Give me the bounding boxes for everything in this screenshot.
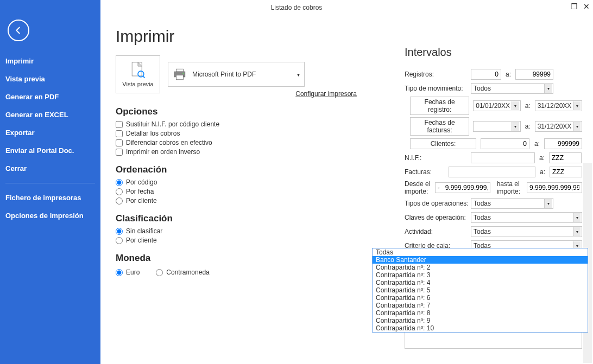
sidebar-item-cerrar[interactable]: Cerrar (0, 159, 100, 177)
dropdown-item[interactable]: Banco Santander (373, 256, 588, 264)
clientes-from-input[interactable] (481, 138, 529, 149)
sidebar: Imprimir Vista previa Generar en PDF Gen… (0, 0, 100, 364)
sidebar-item-opciones-impresion[interactable]: Opciones de impresión (0, 207, 100, 225)
dropdown-item[interactable]: Contrapartida nº: 6 (373, 294, 588, 302)
registros-to-input[interactable] (515, 69, 553, 80)
mon-contramoneda[interactable]: Contramoneda (156, 269, 209, 276)
back-button[interactable] (8, 20, 29, 41)
svg-rect-6 (176, 75, 184, 80)
sidebar-item-exportar[interactable]: Exportar (0, 124, 100, 142)
nif-label: N.I.F.: (405, 154, 471, 162)
chevron-down-icon: ▾ (512, 122, 519, 131)
dropdown-item[interactable]: Contrapartida nº: 4 (373, 279, 588, 286)
tipos-operaciones-label: Tipos de operaciones: (405, 200, 471, 207)
claves-operacion-dropdown[interactable]: Todas▾ (471, 212, 582, 223)
document-preview-icon (130, 61, 146, 81)
printer-icon (173, 67, 187, 81)
registros-label: Registros: (405, 71, 471, 78)
chevron-down-icon: ▾ (573, 227, 581, 236)
sidebar-item-enviar-portal[interactable]: Enviar al Portal Doc. (0, 142, 100, 159)
sidebar-item-generar-pdf[interactable]: Generar en PDF (0, 88, 100, 106)
intervalos-heading: Intervalos (405, 46, 582, 59)
chevron-down-icon: ▾ (544, 199, 552, 208)
claves-operacion-label: Claves de operación: (405, 214, 471, 221)
chevron-down-icon: ▾ (297, 72, 300, 78)
fechas-facturas-button[interactable]: Fechas de facturas: (410, 117, 469, 136)
sidebar-item-generar-excel[interactable]: Generar en EXCEL (0, 106, 100, 124)
fecha-fac-to-dropdown[interactable]: 31/12/20XX▾ (535, 121, 582, 132)
nif-to-input[interactable] (549, 152, 582, 163)
dropdown-item[interactable]: Contrapartida nº: 5 (373, 286, 588, 294)
arrow-left-icon (14, 25, 23, 35)
chevron-down-icon: ▾ (512, 101, 519, 110)
actividad-label: Actividad: (405, 228, 471, 235)
chevron-down-icon: ▾ (573, 122, 581, 131)
svg-rect-0 (132, 62, 142, 76)
clientes-button[interactable]: Clientes: (410, 138, 476, 149)
tipo-movimiento-dropdown[interactable]: Todos▾ (471, 83, 553, 94)
clientes-to-input[interactable] (544, 138, 582, 149)
fecha-reg-from-dropdown[interactable]: 01/01/20XX▾ (473, 100, 520, 111)
chevron-down-icon: ▾ (573, 101, 581, 110)
sidebar-item-imprimir[interactable]: Imprimir (0, 52, 100, 70)
dropdown-item[interactable]: Contrapartida nº: 10 (373, 324, 588, 332)
fecha-reg-to-dropdown[interactable]: 31/12/20XX▾ (535, 100, 582, 111)
desde-importe-label: Desde el importe: (405, 180, 435, 195)
facturas-to-input[interactable] (550, 167, 582, 177)
preview-label: Vista previa (122, 81, 153, 87)
desde-importe-input[interactable] (435, 182, 490, 193)
dropdown-item[interactable]: Contrapartida nº: 7 (373, 302, 588, 309)
fecha-fac-from-dropdown[interactable]: ▾ (473, 121, 520, 132)
facturas-label: Facturas: (405, 168, 449, 176)
chevron-down-icon: ▾ (573, 213, 581, 222)
svg-point-7 (182, 73, 184, 74)
sidebar-separator (5, 183, 95, 183)
hasta-importe-input[interactable] (527, 182, 582, 193)
page-title: Imprimir (116, 27, 582, 46)
nif-from-input[interactable] (471, 152, 535, 163)
dropdown-item[interactable]: Contrapartida nº: 9 (373, 317, 588, 324)
svg-line-3 (143, 76, 145, 78)
tipo-movimiento-label: Tipo de movimiento: (405, 85, 471, 92)
fechas-registro-button[interactable]: Fechas de registro: (410, 97, 469, 115)
chevron-down-icon: ▾ (544, 84, 552, 93)
printer-name: Microsoft Print to PDF (192, 71, 256, 78)
mon-euro[interactable]: Euro (116, 269, 140, 276)
printer-dropdown[interactable]: Microsoft Print to PDF ▾ (168, 62, 305, 87)
dropdown-item[interactable]: Todas (373, 248, 588, 256)
actividad-dropdown[interactable]: Todas▾ (471, 226, 582, 237)
sidebar-item-vista-previa[interactable]: Vista previa (0, 70, 100, 88)
registros-from-input[interactable] (471, 69, 501, 80)
sidebar-item-fichero-impresoras[interactable]: Fichero de impresoras (0, 189, 100, 207)
vista-previa-button[interactable]: Vista previa (116, 55, 160, 93)
configurar-impresora-link[interactable]: Configurar impresora (168, 90, 357, 98)
dropdown-item[interactable]: Contrapartida nº: 2 (373, 264, 588, 271)
hasta-importe-label: hasta el importe: (497, 180, 520, 195)
svg-rect-4 (176, 69, 184, 72)
tipos-operaciones-dropdown[interactable]: Todas▾ (471, 198, 553, 209)
facturas-from-input[interactable] (449, 167, 535, 177)
dropdown-item[interactable]: Contrapartida nº: 8 (373, 309, 588, 317)
dropdown-item[interactable]: Contrapartida nº: 3 (373, 271, 588, 279)
contrapartida-dropdown-list[interactable]: TodasBanco SantanderContrapartida nº: 2C… (372, 248, 588, 333)
